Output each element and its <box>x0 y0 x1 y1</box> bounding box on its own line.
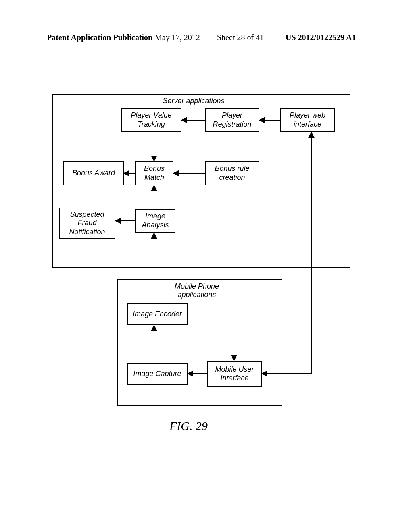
box-player-web-interface: Player web interface <box>280 108 335 132</box>
figure-diagram: Server applications Mobile Phone applica… <box>0 0 413 532</box>
page: Patent Application Publication May 17, 2… <box>0 0 413 532</box>
box-player-registration: Player Registration <box>205 108 259 132</box>
box-bonus-match: Bonus Match <box>135 161 173 185</box>
box-image-encoder: Image Encoder <box>127 303 188 325</box>
box-image-capture: Image Capture <box>127 363 188 385</box>
box-bonus-rule-creation: Bonus rule creation <box>205 161 259 185</box>
box-image-analysis: Image Analysis <box>135 209 175 233</box>
box-bonus-award: Bonus Award <box>63 161 124 185</box>
connector-lines <box>0 0 413 532</box>
box-player-value-tracking: Player Value Tracking <box>121 108 181 132</box>
box-mobile-ui: Mobile User Interface <box>207 361 262 387</box>
box-suspected-fraud: Suspected Fraud Notification <box>59 208 115 239</box>
